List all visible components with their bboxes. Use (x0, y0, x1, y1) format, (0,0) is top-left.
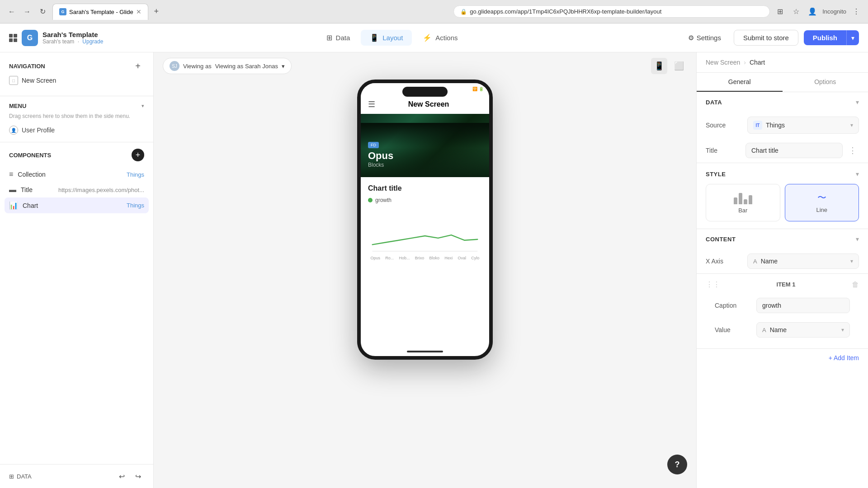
nav-tab-actions[interactable]: ⚡ Actions (414, 30, 467, 46)
hero-overlay: FD Opus Blocks (368, 140, 393, 168)
phone-hero: FD Opus Blocks (361, 114, 489, 177)
navigation-header[interactable]: NAVIGATION + (9, 60, 144, 72)
title-component[interactable]: ▬ Title https://images.pexels.com/phot..… (9, 182, 144, 197)
line-style-option[interactable]: 〜 Line (785, 184, 859, 221)
user-profile-item[interactable]: 👤 User Profile (9, 123, 144, 137)
viewer-chevron-icon: ▾ (282, 63, 285, 70)
title-more-button[interactable]: ⋮ (846, 144, 859, 157)
bookmark-button[interactable]: ☆ (790, 5, 802, 18)
components-title: COMPONENTS (9, 152, 51, 159)
app-container: G Sarah's Template Sarah's team · Upgrad… (0, 23, 868, 488)
tab-close-button[interactable]: ✕ (136, 8, 142, 15)
submit-to-store-button[interactable]: Submit to store (734, 30, 798, 46)
opus-tag: FD (368, 142, 379, 148)
profile-button[interactable]: 👤 (806, 5, 819, 18)
source-label: Source (706, 122, 742, 129)
browser-actions: ⊞ ☆ 👤 Incognito ⋮ (774, 5, 863, 18)
chart-icon: 📊 (9, 201, 18, 210)
forward-button[interactable]: → (21, 5, 33, 18)
chart-area (368, 209, 482, 254)
refresh-button[interactable]: ↻ (36, 5, 49, 18)
components-section: COMPONENTS + ≡ Collection Things ▬ Title… (0, 142, 153, 464)
title-input[interactable]: Chart title (745, 143, 843, 158)
phone-content[interactable]: ☰ New Screen FD Opus Bl (361, 83, 489, 356)
new-screen-label: New Screen (22, 77, 56, 84)
collection-component[interactable]: ≡ Collection Things (9, 167, 144, 182)
menu-hint: Drag screens here to show them in the si… (9, 113, 144, 119)
add-component-button[interactable]: + (132, 149, 144, 161)
settings-button[interactable]: ⚙ Settings (681, 30, 728, 46)
menu-title: MENU (9, 103, 26, 109)
item1-delete-button[interactable]: 🗑 (852, 281, 859, 289)
upgrade-link[interactable]: Upgrade (82, 38, 103, 45)
bar-style-option[interactable]: Bar (706, 184, 780, 221)
add-navigation-button[interactable]: + (132, 60, 144, 72)
viewer-avatar: SJ (170, 61, 179, 71)
browser-chrome: ← → ↻ G Sarah's Template - Glide ✕ + 🔒 g… (0, 0, 868, 23)
item1-header: ⋮⋮ ITEM 1 🗑 (706, 280, 859, 289)
caption-label: Caption (715, 302, 751, 309)
publish-dropdown-button[interactable]: ▾ (846, 30, 859, 45)
phone-status: ▪▪▪ 🛜 🔋 (467, 87, 484, 91)
value-dropdown[interactable]: A Name ▾ (756, 322, 850, 338)
publish-group: Publish ▾ (804, 30, 859, 45)
phone-frame: 1:23 ▪▪▪ 🛜 🔋 ☰ New Screen (357, 80, 493, 360)
style-header[interactable]: STYLE ▾ (706, 170, 859, 178)
data-section-header[interactable]: DATA ▾ (697, 92, 868, 112)
tablet-view-button[interactable]: ⬜ (671, 58, 687, 74)
chevron-down-icon: ▾ (142, 103, 144, 109)
content-section-header[interactable]: CONTENT ▾ (697, 229, 868, 249)
incognito-label: Incognito (822, 8, 846, 15)
address-bar[interactable]: 🔒 go.glideapps.com/app/1Tmp4IC6xPQJbHHRX… (453, 5, 770, 18)
battery-icon: 🔋 (479, 87, 484, 91)
data-button[interactable]: ⊞ DATA (9, 473, 32, 480)
preview-area: SJ Viewing as Viewing as Sarah Jonas ▾ 📱… (154, 52, 696, 488)
add-item-button[interactable]: + Add Item (697, 349, 868, 367)
nav-tab-data[interactable]: ⊞ Data (317, 30, 359, 46)
publish-button[interactable]: Publish (804, 30, 846, 45)
grid-icon (9, 34, 17, 42)
source-dropdown[interactable]: IT Things ▾ (747, 117, 859, 134)
navigation-section: NAVIGATION + □ New Screen (0, 52, 153, 96)
title-label: Title (21, 186, 54, 193)
nav-tab-layout[interactable]: 📱 Layout (361, 30, 412, 46)
value-label: Value (715, 326, 751, 333)
title-label: Title (706, 147, 742, 154)
phone-menu-icon[interactable]: ☰ (368, 99, 375, 109)
x-label-7: Cylo (471, 256, 479, 260)
screen-icon: □ (9, 76, 18, 85)
collection-label: Collection (18, 171, 122, 178)
chart-source: Things (127, 202, 144, 209)
breadcrumb-parent[interactable]: New Screen (706, 59, 740, 66)
active-tab[interactable]: G Sarah's Template - Glide ✕ (52, 4, 148, 20)
tab-favicon: G (59, 8, 66, 15)
viewer-badge[interactable]: SJ Viewing as Viewing as Sarah Jonas ▾ (163, 58, 292, 74)
redo-button[interactable]: ↪ (132, 470, 144, 483)
x-label-3: Brixo (415, 256, 425, 260)
tab-general[interactable]: General (697, 73, 783, 92)
new-screen-item[interactable]: □ New Screen (9, 72, 144, 89)
browser-controls[interactable]: ← → ↻ (5, 5, 49, 18)
tab-options[interactable]: Options (783, 73, 868, 92)
help-button[interactable]: ? (667, 455, 687, 474)
device-buttons: 📱 ⬜ (651, 58, 687, 74)
main-area: NAVIGATION + □ New Screen MENU ▾ Drag sc… (0, 52, 868, 488)
undo-button[interactable]: ↩ (115, 470, 128, 483)
panel-breadcrumb: New Screen › Chart (697, 52, 868, 73)
x-label-0: Opus (371, 256, 381, 260)
x-axis-dropdown[interactable]: A Name ▾ (747, 253, 859, 269)
extensions-button[interactable]: ⊞ (774, 5, 786, 18)
phone-view-button[interactable]: 📱 (651, 58, 667, 74)
back-button[interactable]: ← (5, 5, 18, 18)
menu-header[interactable]: MENU ▾ (9, 103, 144, 109)
data-section-chevron-icon: ▾ (856, 99, 859, 106)
chart-line-svg (368, 218, 482, 254)
drag-handle-icon[interactable]: ⋮⋮ (706, 280, 720, 289)
wifi-icon: 🛜 (472, 87, 477, 91)
style-options: Bar 〜 Line (706, 184, 859, 221)
chart-component[interactable]: 📊 Chart Things (5, 197, 149, 213)
menu-button[interactable]: ⋮ (850, 5, 863, 18)
new-tab-button[interactable]: + (150, 5, 163, 18)
collection-source: Things (127, 171, 144, 178)
caption-input[interactable]: growth (756, 298, 850, 313)
